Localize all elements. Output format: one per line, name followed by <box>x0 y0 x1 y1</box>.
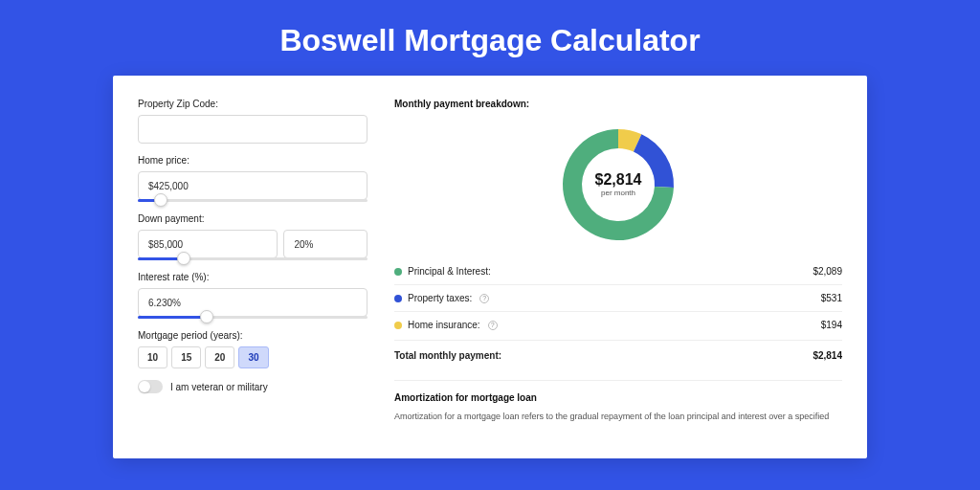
legend-label: Principal & Interest: <box>408 266 491 277</box>
down-payment-slider-thumb[interactable] <box>177 252 190 265</box>
zip-input[interactable] <box>138 115 368 144</box>
calculator-card: Property Zip Code: Home price: Down paym… <box>113 76 867 458</box>
down-payment-slider[interactable] <box>138 257 368 260</box>
legend-value: $531 <box>821 293 842 303</box>
legend-value: $2,089 <box>813 266 842 277</box>
home-price-slider[interactable] <box>138 199 368 202</box>
amortization-text: Amortization for a mortgage loan refers … <box>394 411 842 424</box>
zip-label: Property Zip Code: <box>138 99 368 109</box>
donut-chart: $2,814 per month <box>558 124 679 245</box>
total-value: $2,814 <box>813 350 842 361</box>
interest-rate-slider-fill <box>138 316 207 319</box>
veteran-toggle-label: I am veteran or military <box>170 382 268 392</box>
breakdown-title: Monthly payment breakdown: <box>394 99 842 109</box>
zip-field-group: Property Zip Code: <box>138 99 368 144</box>
mortgage-period-group: Mortgage period (years): 10152030 <box>138 330 368 368</box>
veteran-toggle-row: I am veteran or military <box>138 380 368 393</box>
home-price-slider-thumb[interactable] <box>154 193 167 207</box>
legend-dot <box>394 268 402 276</box>
amortization-section: Amortization for mortgage loan Amortizat… <box>394 380 842 424</box>
breakdown-legend: Principal & Interest:$2,089Property taxe… <box>394 258 842 338</box>
total-row: Total monthly payment: $2,814 <box>394 340 842 370</box>
donut-chart-wrap: $2,814 per month <box>394 117 842 258</box>
total-label: Total monthly payment: <box>394 350 501 361</box>
legend-row: Property taxes:?$531 <box>394 285 842 312</box>
legend-value: $194 <box>821 320 842 330</box>
home-price-label: Home price: <box>138 155 368 166</box>
home-price-group: Home price: <box>138 155 368 202</box>
legend-row: Principal & Interest:$2,089 <box>394 258 842 285</box>
help-icon[interactable]: ? <box>488 321 498 330</box>
down-payment-group: Down payment: <box>138 213 368 260</box>
period-button-20[interactable]: 20 <box>205 346 234 368</box>
down-payment-input[interactable] <box>138 230 278 258</box>
interest-rate-slider-thumb[interactable] <box>200 310 213 323</box>
legend-dot <box>394 322 402 329</box>
period-button-10[interactable]: 10 <box>138 346 167 368</box>
legend-dot <box>394 295 402 302</box>
mortgage-period-label: Mortgage period (years): <box>138 330 368 341</box>
legend-label: Property taxes: <box>408 293 472 303</box>
down-payment-label: Down payment: <box>138 213 368 224</box>
home-price-input[interactable] <box>138 171 368 200</box>
down-payment-pct-input[interactable] <box>283 230 368 258</box>
mortgage-period-buttons: 10152030 <box>138 346 368 368</box>
page-title: Boswell Mortgage Calculator <box>0 0 980 76</box>
period-button-15[interactable]: 15 <box>171 346 201 368</box>
help-icon[interactable]: ? <box>479 294 489 303</box>
amortization-title: Amortization for mortgage loan <box>394 392 842 403</box>
period-button-30[interactable]: 30 <box>238 346 268 368</box>
interest-rate-input[interactable] <box>138 288 368 317</box>
interest-rate-slider[interactable] <box>138 316 368 319</box>
interest-rate-group: Interest rate (%): <box>138 272 368 319</box>
legend-row: Home insurance:?$194 <box>394 312 842 338</box>
veteran-toggle[interactable] <box>138 380 163 393</box>
legend-label: Home insurance: <box>408 320 480 330</box>
form-panel: Property Zip Code: Home price: Down paym… <box>138 99 368 458</box>
interest-rate-label: Interest rate (%): <box>138 272 368 282</box>
donut-center-label: per month <box>601 189 635 197</box>
donut-center-value: $2,814 <box>595 171 642 188</box>
breakdown-panel: Monthly payment breakdown: $2,814 per mo… <box>394 99 842 458</box>
